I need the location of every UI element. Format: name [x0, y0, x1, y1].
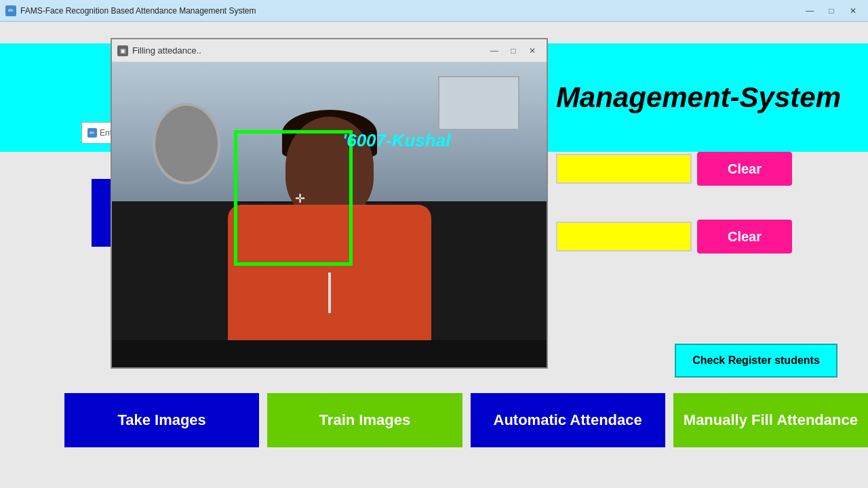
- crosshair-cursor: ✛: [295, 191, 305, 206]
- app-icon: ✏: [5, 5, 16, 16]
- modal-icon: ▣: [117, 45, 128, 56]
- train-images-button[interactable]: Train Images: [267, 393, 462, 447]
- blue-input-stub: [92, 179, 112, 247]
- earpiece: [328, 272, 331, 313]
- input-field-1[interactable]: [556, 154, 692, 184]
- app-title: FAMS-Face Recognition Based Attendance M…: [20, 6, 256, 16]
- app-maximize-button[interactable]: □: [822, 3, 841, 18]
- app-close-button[interactable]: ✕: [844, 3, 863, 18]
- check-register-button[interactable]: Check Register students: [675, 344, 837, 378]
- enter-label-icon: ✏: [87, 128, 97, 138]
- modal-window: ▣ Filling attedance.. — □ ✕ '6007-Kus: [111, 38, 548, 369]
- webcam-feed: '6007-Kushal ✛: [112, 62, 547, 340]
- clear-button-2[interactable]: Clear: [697, 220, 792, 253]
- app-window-controls: — □ ✕: [800, 3, 863, 18]
- header-title: Management-System: [556, 81, 841, 114]
- clear-button-1[interactable]: Clear: [697, 152, 792, 186]
- input-row-1: Clear: [556, 152, 792, 186]
- ac-unit: [438, 76, 519, 130]
- modal-controls: — □ ✕: [486, 43, 541, 58]
- input-field-2[interactable]: [556, 222, 692, 251]
- input-row-2: Clear: [556, 220, 792, 253]
- face-detection-rect: [234, 130, 353, 266]
- manually-fill-button[interactable]: Manually Fill Attendance: [673, 393, 868, 447]
- app-minimize-button[interactable]: —: [800, 3, 819, 18]
- modal-bottom-bar: [112, 340, 547, 367]
- bottom-buttons-bar: Take Images Train Images Automatic Atten…: [64, 393, 868, 447]
- modal-title: Filling attedance..: [132, 45, 201, 56]
- inputs-area: Clear Clear: [556, 152, 792, 253]
- modal-titlebar: ▣ Filling attedance.. — □ ✕: [112, 39, 547, 62]
- app-titlebar: ✏ FAMS-Face Recognition Based Attendance…: [0, 0, 868, 22]
- automatic-attendance-button[interactable]: Automatic Attendace: [471, 393, 665, 447]
- face-name-overlay: '6007-Kushal: [342, 130, 450, 151]
- fan-object: [153, 103, 220, 184]
- modal-minimize-button[interactable]: —: [486, 43, 503, 58]
- modal-close-button[interactable]: ✕: [524, 43, 541, 58]
- modal-maximize-button[interactable]: □: [505, 43, 522, 58]
- take-images-button[interactable]: Take Images: [64, 393, 259, 447]
